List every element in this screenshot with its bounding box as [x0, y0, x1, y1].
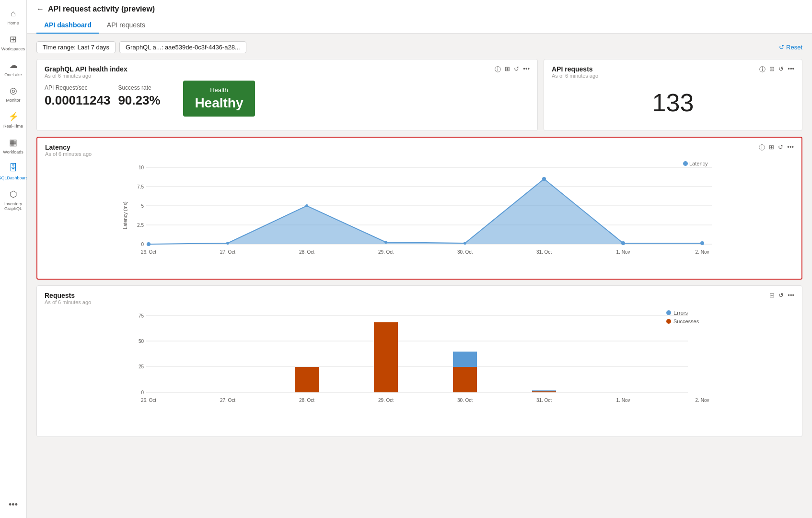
tab-api-requests[interactable]: API requests: [99, 17, 153, 34]
workspaces-icon: ⊞: [8, 34, 19, 45]
svg-text:29. Oct: 29. Oct: [378, 398, 394, 403]
monitor-icon: ◎: [8, 85, 19, 96]
svg-marker-11: [149, 179, 702, 244]
back-button[interactable]: ←: [36, 5, 44, 13]
svg-text:31. Oct: 31. Oct: [536, 398, 552, 403]
cards-row: GraphQL API health index As of 6 minutes…: [36, 59, 802, 131]
svg-text:26. Oct: 26. Oct: [141, 398, 156, 403]
sidebar-item-inventory[interactable]: ⬡ Inventory GraphQL: [0, 185, 26, 216]
sidebar-item-label: Home: [7, 21, 19, 26]
sidebar-item-label: Real-Time: [3, 124, 23, 129]
health-card-subtitle: As of 6 minutes ago: [45, 73, 128, 79]
svg-text:2. Nov: 2. Nov: [696, 249, 709, 255]
sidebar-item-workspaces[interactable]: ⊞ Workspaces: [0, 30, 26, 56]
reset-label: Reset: [786, 44, 802, 51]
grid-icon[interactable]: ⊞: [769, 65, 775, 74]
svg-text:10: 10: [139, 165, 144, 170]
svg-text:30. Oct: 30. Oct: [457, 398, 473, 403]
refresh-icon[interactable]: ↺: [778, 292, 784, 299]
more-options-icon[interactable]: •••: [788, 65, 794, 74]
sidebar-item-monitor[interactable]: ◎ Monitor: [0, 81, 26, 107]
tab-api-dashboard[interactable]: API dashboard: [36, 17, 99, 34]
svg-text:Latency (ms): Latency (ms): [123, 201, 128, 229]
svg-text:75: 75: [139, 313, 144, 318]
svg-text:Errors: Errors: [673, 310, 688, 316]
topbar-title-row: ← API request activity (preview): [36, 5, 802, 13]
refresh-icon[interactable]: ↺: [514, 65, 519, 74]
sidebar-item-sqldashboard[interactable]: 🗄 SQLDashboard: [0, 159, 26, 185]
api-requests-subtitle: As of 6 minutes ago: [552, 73, 598, 79]
svg-text:2. Nov: 2. Nov: [696, 398, 709, 403]
sidebar-item-home[interactable]: ⌂ Home: [0, 4, 26, 30]
svg-point-48: [666, 319, 671, 324]
svg-point-15: [384, 241, 387, 244]
sidebar-item-workloads[interactable]: ▦ Workloads: [0, 133, 26, 159]
svg-text:50: 50: [139, 339, 144, 344]
time-range-filter[interactable]: Time range: Last 7 days: [36, 41, 116, 53]
sidebar-item-onelake[interactable]: ☁ OneLake: [0, 56, 26, 82]
svg-text:30. Oct: 30. Oct: [457, 249, 473, 255]
content-area: Time range: Last 7 days GraphQL a...: aa…: [27, 34, 812, 445]
api-requests-value: 133: [552, 81, 794, 125]
requests-chart-header: Requests As of 6 minutes ago ⊞ ↺ •••: [45, 292, 794, 305]
info-icon[interactable]: ⓘ: [759, 65, 766, 74]
requests-chart-panel: Requests As of 6 minutes ago ⊞ ↺ •••: [36, 285, 802, 437]
sidebar-item-realtime[interactable]: ⚡ Real-Time: [0, 107, 26, 133]
svg-text:31. Oct: 31. Oct: [536, 249, 552, 255]
svg-text:25: 25: [139, 364, 144, 369]
onelake-icon: ☁: [8, 59, 19, 71]
health-badge: Health Healthy: [183, 81, 255, 117]
requests-chart-title: Requests: [45, 292, 91, 299]
sidebar-item-label: SQLDashboard: [0, 176, 28, 181]
page-title: API request activity (preview): [48, 5, 155, 13]
metric-value: 90.23%: [118, 93, 168, 108]
metric-label: Success rate: [118, 84, 168, 91]
more-options-icon[interactable]: •••: [787, 143, 794, 152]
refresh-icon[interactable]: ↺: [778, 65, 784, 74]
bar-31oct-errors: [532, 390, 556, 391]
grid-icon[interactable]: ⊞: [769, 292, 775, 299]
requests-svg: 75 50 25 0 26. Oct: [45, 306, 794, 426]
metric-value: 0.00011243: [45, 93, 110, 108]
grid-icon[interactable]: ⊞: [769, 143, 774, 152]
sqldashboard-icon: 🗄: [8, 163, 19, 174]
health-card-title: GraphQL API health index: [45, 65, 128, 73]
latency-svg: Latency (ms) 10 7.5 5 2.5 0: [45, 158, 794, 268]
grid-icon[interactable]: ⊞: [505, 65, 510, 74]
svg-text:Latency: Latency: [689, 161, 708, 166]
svg-text:7.5: 7.5: [137, 184, 144, 189]
svg-text:28. Oct: 28. Oct: [299, 249, 314, 255]
inventory-icon: ⬡: [8, 188, 19, 200]
sidebar-more[interactable]: •••: [0, 495, 26, 518]
latency-chart-icons: ⓘ ⊞ ↺ •••: [759, 143, 794, 152]
info-icon[interactable]: ⓘ: [759, 143, 765, 152]
health-card-body: API Request/sec 0.00011243 Success rate …: [45, 81, 530, 117]
sidebar-item-label: Workspaces: [1, 47, 25, 52]
more-options-icon[interactable]: •••: [523, 65, 530, 74]
metric-success-rate: Success rate 90.23%: [118, 81, 175, 117]
sidebar-item-label: OneLake: [4, 72, 22, 78]
latency-chart-panel: Latency As of 6 minutes ago ⓘ ⊞ ↺ ••• La…: [36, 137, 802, 280]
metric-label: API Request/sec: [45, 84, 110, 91]
more-icon: •••: [8, 499, 19, 510]
reset-button[interactable]: ↺ Reset: [779, 44, 802, 51]
api-filter[interactable]: GraphQL a...: aae539de-0c3f-4436-a28...: [119, 41, 246, 53]
refresh-icon[interactable]: ↺: [778, 143, 783, 152]
svg-point-16: [464, 242, 466, 245]
svg-text:29. Oct: 29. Oct: [378, 249, 394, 255]
requests-chart-icons: ⊞ ↺ •••: [769, 292, 794, 299]
more-options-icon[interactable]: •••: [788, 292, 794, 299]
api-requests-card: API requests As of 6 minutes ago ⓘ ⊞ ↺ •…: [544, 59, 802, 131]
requests-chart-subtitle: As of 6 minutes ago: [45, 299, 91, 305]
svg-text:0: 0: [141, 242, 144, 247]
sidebar: ⌂ Home ⊞ Workspaces ☁ OneLake ◎ Monitor …: [0, 0, 27, 518]
latency-chart-header: Latency As of 6 minutes ago ⓘ ⊞ ↺ •••: [45, 143, 794, 157]
bar-30oct-errors: [453, 352, 477, 367]
info-icon[interactable]: ⓘ: [495, 65, 501, 74]
svg-point-12: [147, 242, 151, 246]
sidebar-item-label: Inventory GraphQL: [2, 201, 24, 212]
topbar: ← API request activity (preview) API das…: [27, 0, 812, 34]
sidebar-item-label: Monitor: [6, 98, 20, 103]
sidebar-item-label: Workloads: [3, 150, 23, 155]
svg-point-19: [700, 241, 704, 245]
